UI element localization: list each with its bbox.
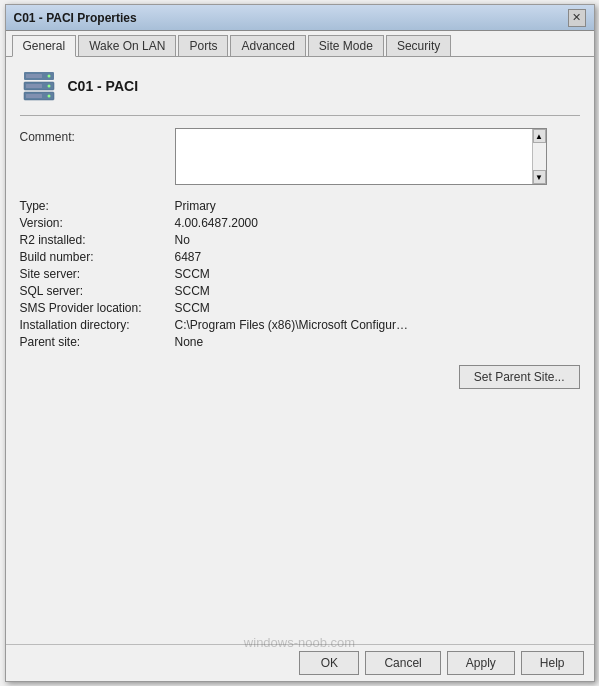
table-row: Type: Primary [20,199,580,213]
scroll-down-btn[interactable]: ▼ [533,170,546,184]
tab-security[interactable]: Security [386,35,451,56]
field-value-5: SCCM [175,284,210,298]
svg-rect-6 [26,74,42,78]
tab-bar: General Wake On LAN Ports Advanced Site … [6,31,594,57]
field-value-0: Primary [175,199,216,213]
tab-ports[interactable]: Ports [178,35,228,56]
spacer [20,389,580,634]
field-label-0: Type: [20,199,175,213]
scrollbar-vertical[interactable]: ▲ ▼ [532,129,546,184]
table-row: SQL server: SCCM [20,284,580,298]
title-bar: C01 - PACI Properties ✕ [6,5,594,31]
info-grid: Type: Primary Version: 4.00.6487.2000 R2… [20,199,580,349]
set-parent-section: Set Parent Site... [20,361,580,389]
field-label-1: Version: [20,216,175,230]
field-label-2: R2 installed: [20,233,175,247]
header-section: C01 - PACI [20,67,580,116]
field-label-7: Installation directory: [20,318,175,332]
close-button[interactable]: ✕ [568,9,586,27]
comment-label: Comment: [20,128,175,144]
tab-wake-on-lan[interactable]: Wake On LAN [78,35,176,56]
svg-rect-7 [26,84,42,88]
field-value-6: SCCM [175,301,210,315]
comment-scroll-container: ▲ ▼ [175,128,547,185]
table-row: R2 installed: No [20,233,580,247]
comment-row: Comment: ▲ ▼ [20,128,580,185]
field-label-8: Parent site: [20,335,175,349]
field-value-8: None [175,335,204,349]
svg-point-5 [47,95,50,98]
field-label-4: Site server: [20,267,175,281]
table-row: Site server: SCCM [20,267,580,281]
field-value-2: No [175,233,190,247]
field-label-5: SQL server: [20,284,175,298]
table-row: Build number: 6487 [20,250,580,264]
tab-site-mode[interactable]: Site Mode [308,35,384,56]
svg-point-4 [47,85,50,88]
main-content: C01 - PACI Comment: ▲ ▼ Type: Primary Ve… [6,57,594,644]
field-value-1: 4.00.6487.2000 [175,216,258,230]
comment-textarea[interactable] [176,129,532,184]
tab-advanced[interactable]: Advanced [230,35,305,56]
table-row: Version: 4.00.6487.2000 [20,216,580,230]
svg-rect-8 [26,94,42,98]
bottom-bar: OK Cancel Apply Help [6,644,594,681]
ok-button[interactable]: OK [299,651,359,675]
svg-point-3 [47,75,50,78]
cancel-button[interactable]: Cancel [365,651,440,675]
field-value-4: SCCM [175,267,210,281]
tab-general[interactable]: General [12,35,77,57]
server-icon [20,67,58,105]
field-label-6: SMS Provider location: [20,301,175,315]
field-value-3: 6487 [175,250,202,264]
apply-button[interactable]: Apply [447,651,515,675]
table-row: Parent site: None [20,335,580,349]
window-title: C01 - PACI Properties [14,11,137,25]
table-row: SMS Provider location: SCCM [20,301,580,315]
field-value-7: C:\Program Files (x86)\Microsoft Configu… [175,318,408,332]
table-row: Installation directory: C:\Program Files… [20,318,580,332]
scroll-up-btn[interactable]: ▲ [533,129,546,143]
field-label-3: Build number: [20,250,175,264]
set-parent-button[interactable]: Set Parent Site... [459,365,580,389]
site-name: C01 - PACI [68,78,139,94]
help-button[interactable]: Help [521,651,584,675]
